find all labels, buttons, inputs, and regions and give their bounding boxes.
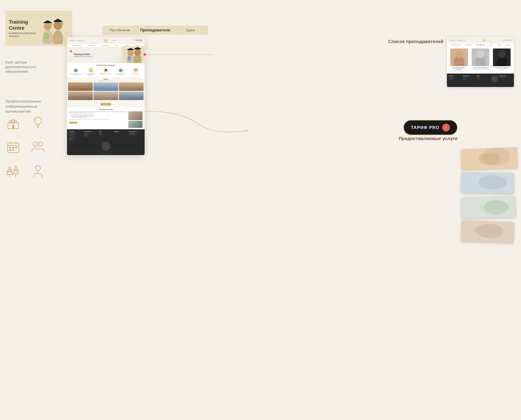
svg-rect-13 bbox=[44, 33, 48, 39]
course-card-biorev[interactable]: Биоревитализация, биорепарация bbox=[461, 220, 514, 243]
teachers-panel: г. Воронеж, ул. Г Тевяряся, д. 32 О +7 9… bbox=[447, 37, 514, 87]
mockup-nav-about[interactable]: Об учебном центре bbox=[72, 45, 82, 46]
teacher-photo-2 bbox=[493, 49, 511, 66]
course-thumb-4[interactable]: Школа ногтей «Чего» bbox=[93, 91, 118, 100]
teachers-nav-pro[interactable]: Про обучение bbox=[465, 44, 472, 45]
mockup-topbar: г. Воронеж, ул. Г Тевяряся, д. 32 О ОЛИМ… bbox=[67, 37, 145, 44]
teacher-card-0: Гридасова Александра Сергеевна Главный в… bbox=[450, 49, 468, 71]
teacher-card-1: Попова Анастасия Ивановна Врач-терапевт,… bbox=[472, 49, 489, 71]
logo-students-illustration bbox=[37, 11, 69, 46]
annotation-predostavlaem: Предоставляемые услуги bbox=[399, 136, 457, 141]
teachers-nav-courses[interactable]: Курсы bbox=[489, 44, 492, 45]
feature-icon-0: 👥 bbox=[73, 68, 78, 73]
course-card-sestrin[interactable]: Сестринское дело в косметол... bbox=[461, 172, 514, 194]
nav-item-kursy[interactable]: Курсы bbox=[173, 26, 208, 35]
mockup-nav-pro[interactable]: Про обучение bbox=[88, 45, 95, 46]
footer-col-courses: Курсы КурсыРасписание bbox=[99, 131, 113, 140]
about-join-text: ПРИСОЕДИНЯЙТЕСЬ К НАШЕЙ ШКОЛЕ, ОСВОЙТЕ П… bbox=[69, 119, 127, 120]
teacher-photo-1 bbox=[472, 49, 489, 66]
footer-columns: Компания Об учебном центреДокументацияЛи… bbox=[69, 131, 142, 140]
teachers-footer-company: Компания Об учебном центреДокументацияЛи… bbox=[449, 75, 461, 82]
mockup-nav-reviews[interactable]: Отзывы bbox=[125, 45, 129, 46]
people-svg bbox=[31, 140, 45, 154]
about-image-top bbox=[128, 111, 142, 120]
course-card-estetolog[interactable]: ...листика в практике эстетолога bbox=[461, 196, 516, 219]
svg-rect-29 bbox=[9, 147, 11, 148]
feature-item-2: 🎓 Индивидуальное обучение bbox=[100, 68, 112, 75]
svg-line-10 bbox=[62, 21, 63, 23]
course-card-img-2 bbox=[461, 196, 516, 219]
footer-teachers-title: Преподаватели bbox=[84, 131, 98, 132]
course-thumb-0[interactable]: Врачебная косметология bbox=[68, 82, 93, 91]
mockup-features-title: Учебный центр «Олимпия» bbox=[67, 63, 145, 67]
svg-rect-55 bbox=[128, 56, 131, 60]
nav-item-pro-obuchenie[interactable]: Про обучение bbox=[102, 26, 138, 35]
svg-point-48 bbox=[127, 50, 134, 56]
teacher-card-2: Лазарева Юлия Андреевна Врач-косметолог bbox=[493, 49, 511, 71]
connecting-line-header bbox=[144, 53, 215, 58]
footer-col-company: Компания Об учебном центреДокументацияЛи… bbox=[69, 131, 83, 140]
teachers-footer-contacts: Наши контакты +7 905 655 99 98 bbox=[499, 75, 512, 82]
about-image-bottom bbox=[128, 121, 142, 128]
teachers-grid: Гридасова Александра Сергеевна Главный в… bbox=[447, 46, 514, 74]
mockup-nav-teachers[interactable]: Преподаватели bbox=[101, 45, 109, 46]
footer-partners-title: Партнёры bbox=[114, 131, 127, 132]
mockup-nav-courses[interactable]: Курсы bbox=[115, 45, 118, 46]
svg-marker-39 bbox=[14, 166, 18, 170]
course-card-img-3 bbox=[461, 220, 514, 243]
tariff-button[interactable]: ТАРИФ PRO › bbox=[403, 120, 457, 135]
course-label-3: Косметология. Продвинутый уровень. Личны… bbox=[69, 99, 88, 99]
about-title: Об учебном центре bbox=[69, 109, 142, 110]
podrobnee-button[interactable]: Подробнее bbox=[69, 122, 77, 124]
svg-rect-18 bbox=[12, 125, 14, 129]
course-thumb-5[interactable]: Биоревитализация в косметологии bbox=[119, 91, 144, 100]
course-thumb-3[interactable]: Косметология. Продвинутый уровень. Личны… bbox=[68, 91, 93, 100]
course-thumb-1[interactable]: Сестринское дело в косметологии bbox=[93, 82, 118, 91]
logo-subtitle: & Additional professional education bbox=[9, 32, 37, 38]
svg-line-24 bbox=[34, 118, 34, 118]
teachers-nav-reviews[interactable]: Отзывы bbox=[497, 44, 501, 45]
logo-text: Training Centre & Additional professiona… bbox=[9, 19, 37, 37]
mockup-hero-text: Training Centre & Additional professiona… bbox=[70, 53, 93, 57]
footer-courses-links: КурсыРасписание bbox=[99, 133, 113, 135]
tf-contacts-title: Наши контакты bbox=[499, 75, 512, 76]
svg-rect-32 bbox=[9, 150, 11, 151]
mockup-nav-contacts[interactable]: Контакты bbox=[135, 45, 140, 46]
mockup-address: г. Воронеж, ул. Г Тевяряся, д. 32 bbox=[69, 40, 85, 41]
tf-company-links: Об учебном центреДокументацияЛицензии bbox=[449, 77, 461, 80]
hero-subtitle: & Additional professional education bbox=[73, 56, 93, 57]
teacher-role-1: Врач-терапевт, дерматолог-косметолог bbox=[472, 69, 489, 70]
nav-item-prepodavateli[interactable]: Преподаватели bbox=[138, 25, 173, 35]
icons-left-grid bbox=[4, 113, 49, 183]
feature-label-2: Индивидуальное обучение bbox=[100, 73, 112, 75]
course-thumb-2[interactable]: Косметология, видео-косметология bbox=[119, 82, 144, 91]
person-svg bbox=[32, 165, 44, 179]
teachers-nav-teachers[interactable]: Преподаватели bbox=[476, 44, 485, 45]
enroll-button[interactable]: Записаться bbox=[101, 103, 111, 105]
mockup-enroll: Записаться bbox=[67, 101, 145, 107]
tf-courses-title: Курсы bbox=[477, 75, 490, 76]
svg-point-34 bbox=[33, 142, 37, 146]
tariff-arrow: › bbox=[442, 124, 450, 131]
teachers-nav-contacts[interactable]: Контакты bbox=[506, 44, 510, 45]
teachers-nav-about[interactable]: Об учебном центре bbox=[451, 44, 460, 45]
mockup-orders: 3600001-46031 bbox=[134, 41, 142, 42]
about-point-1: Узнать про новые современные исследовани… bbox=[71, 116, 127, 117]
website-mockup: г. Воронеж, ул. Г Тевяряся, д. 32 О ОЛИМ… bbox=[67, 37, 145, 155]
teacher-role-2: Врач-косметолог bbox=[493, 69, 511, 70]
footer-contacts-info: +7 905 655 99 98Email: info@olympia.ru bbox=[129, 133, 142, 135]
footer-company-links: Об учебном центреДокументацияЛицензииНаш… bbox=[69, 133, 83, 140]
feature-label-3: Маленькие группы до 6 человек bbox=[115, 73, 127, 75]
feature-item-1: 💡 Современные методики преподавания bbox=[85, 68, 97, 75]
feature-label-0: Педагоги-эксперты в области косметологии bbox=[70, 73, 82, 75]
svg-point-68 bbox=[498, 50, 506, 58]
footer-col-contacts: Наши контакты +7 905 655 99 98Email: inf… bbox=[129, 131, 142, 140]
svg-point-19 bbox=[34, 117, 41, 124]
svg-rect-30 bbox=[12, 147, 14, 148]
about-images bbox=[128, 111, 142, 128]
mockup-features: 👥 Педагоги-эксперты в области косметолог… bbox=[67, 67, 145, 77]
footer-col-partners: Партнёры bbox=[114, 131, 127, 140]
course-card-vrach[interactable]: Врачебная косметология bbox=[461, 147, 518, 170]
footer-company-title: Компания bbox=[69, 131, 83, 132]
mockup-brand-name: ОЛИМПИЯ bbox=[112, 40, 116, 41]
